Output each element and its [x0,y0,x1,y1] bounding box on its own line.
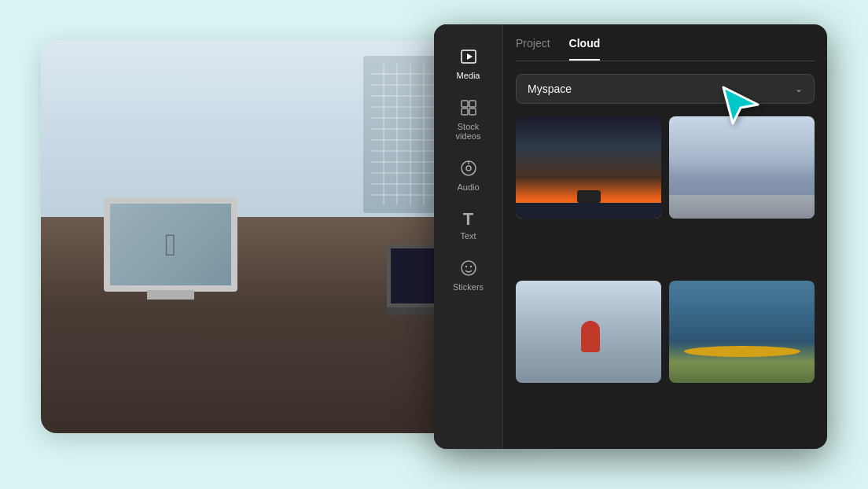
panel-main-content: Project Cloud Myspace ⌄ [503,24,827,449]
audio-icon [460,160,477,179]
svg-point-10 [465,266,466,267]
media-panel: Media Stock videos [434,24,827,449]
monitor-screen:  [104,197,237,292]
media-thumb-kayak[interactable] [669,281,815,383]
svg-marker-12 [723,87,758,123]
svg-point-11 [469,266,471,267]
text-icon: T [463,211,473,228]
media-icon [460,48,477,68]
svg-marker-1 [467,53,473,60]
dropdown-label: Myspace [528,83,572,95]
scene-wrapper:  Media [41,24,827,465]
svg-point-9 [462,261,476,275]
monitor-element:  [104,197,245,315]
tab-project[interactable]: Project [516,37,550,54]
sidebar-media-label: Media [457,71,480,80]
cloud-dropdown[interactable]: Myspace ⌄ [516,74,815,104]
sidebar-item-media[interactable]: Media [439,40,498,88]
apple-logo-icon:  [165,227,177,263]
sidebar-stickers-label: Stickers [453,282,484,292]
svg-rect-5 [469,108,476,115]
tab-cloud[interactable]: Cloud [569,37,601,54]
svg-rect-2 [462,101,468,107]
sidebar: Media Stock videos [434,24,503,449]
svg-rect-3 [469,101,476,107]
sidebar-item-stickers[interactable]: Stickers [439,252,498,300]
media-thumb-sunset[interactable] [516,116,661,219]
sidebar-item-stock-videos[interactable]: Stock videos [439,91,498,149]
chevron-down-icon: ⌄ [795,83,803,94]
sidebar-item-text[interactable]: T Text [439,203,498,248]
sidebar-stock-videos-label: Stock videos [445,122,492,141]
svg-rect-4 [462,108,468,115]
svg-point-7 [466,166,471,171]
sidebar-item-audio[interactable]: Audio [439,152,498,200]
sidebar-audio-label: Audio [457,182,479,192]
stickers-icon [460,259,477,279]
sidebar-text-label: Text [460,231,476,241]
panel-tabs: Project Cloud [516,37,815,61]
media-thumb-snow[interactable] [516,281,661,383]
media-grid [516,116,815,436]
media-thumb-ocean[interactable] [669,116,815,219]
stock-videos-icon [460,99,477,119]
